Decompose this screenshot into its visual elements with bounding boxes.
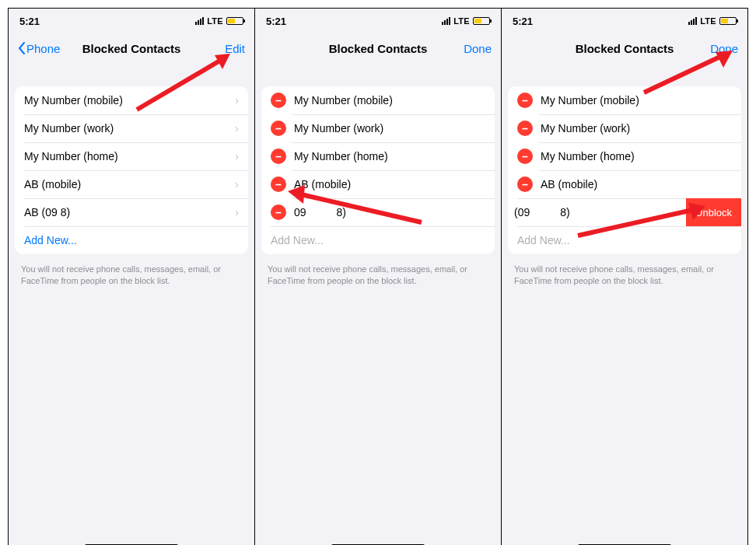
chevron-right-icon: › — [235, 94, 239, 107]
signal-icon — [442, 17, 450, 25]
battery-icon — [226, 17, 243, 25]
signal-icon — [688, 17, 697, 25]
status-bar: 5:21 LTE — [502, 9, 747, 33]
contact-row[interactable]: – 09 8) — [261, 198, 495, 226]
chevron-right-icon: › — [235, 206, 239, 218]
footer-text: You will not receive phone calls, messag… — [255, 259, 501, 287]
contact-row[interactable]: – AB (mobile) — [508, 170, 741, 198]
delete-minus-icon[interactable]: – — [517, 93, 533, 108]
add-new-button[interactable]: Add New... — [261, 226, 495, 254]
delete-minus-icon[interactable]: – — [271, 176, 286, 192]
add-new-button[interactable]: Add New... — [15, 226, 248, 254]
footer-text: You will not receive phone calls, messag… — [502, 259, 747, 287]
unblock-button[interactable]: Unblock — [686, 198, 741, 226]
contact-row[interactable]: – AB (mobile) — [261, 170, 495, 198]
screen-unblock-mode: 5:21 LTE Blocked Contacts Done – My Numb… — [502, 9, 747, 545]
screen-view-mode: 5:21 LTE Phone Blocked Contacts Edit My … — [9, 9, 255, 545]
contact-row[interactable]: My Number (work) › — [15, 114, 248, 142]
chevron-right-icon: › — [235, 150, 239, 162]
contact-row[interactable]: AB (09 8) › — [15, 198, 248, 226]
status-time: 5:21 — [513, 16, 533, 27]
screen-edit-mode: 5:21 LTE Blocked Contacts Done – My Numb… — [255, 9, 502, 545]
delete-minus-icon[interactable]: – — [271, 93, 286, 108]
delete-minus-icon[interactable]: – — [271, 121, 286, 136]
status-bar: 5:21 LTE — [255, 9, 501, 33]
contact-row[interactable]: – My Number (home) — [508, 142, 741, 170]
add-new-button[interactable]: Add New... — [508, 226, 741, 254]
delete-minus-icon[interactable]: – — [517, 176, 533, 192]
blocked-list: My Number (mobile) › My Number (work) › … — [15, 86, 248, 254]
battery-icon — [719, 17, 737, 25]
contact-row[interactable]: AB (mobile) › — [15, 170, 248, 198]
contact-row[interactable]: – My Number (mobile) — [508, 86, 741, 114]
back-button[interactable]: Phone — [18, 42, 60, 55]
contact-row-swiped[interactable]: (09 8) Unblock — [508, 198, 741, 226]
status-time: 5:21 — [19, 16, 40, 27]
delete-minus-icon[interactable]: – — [517, 121, 533, 136]
chevron-left-icon — [18, 42, 25, 54]
chevron-right-icon: › — [235, 122, 239, 135]
delete-minus-icon[interactable]: – — [271, 148, 286, 164]
contact-row[interactable]: – My Number (work) — [508, 114, 741, 142]
contact-row[interactable]: – My Number (mobile) — [261, 86, 495, 114]
delete-minus-icon[interactable]: – — [271, 204, 286, 220]
status-bar: 5:21 LTE — [9, 9, 254, 33]
blocked-list-editing: – My Number (mobile) – My Number (work) … — [261, 86, 495, 254]
blocked-list-editing: – My Number (mobile) – My Number (work) … — [508, 86, 741, 254]
contact-row[interactable]: My Number (mobile) › — [15, 86, 248, 114]
done-button[interactable]: Done — [464, 42, 492, 55]
carrier-label: LTE — [700, 16, 716, 26]
done-button[interactable]: Done — [710, 42, 738, 55]
nav-bar: Phone Blocked Contacts Edit — [9, 33, 254, 63]
nav-bar: Blocked Contacts Done — [502, 33, 747, 63]
contact-row[interactable]: My Number (home) › — [15, 142, 248, 170]
carrier-label: LTE — [453, 16, 470, 26]
edit-button[interactable]: Edit — [225, 42, 245, 55]
footer-text: You will not receive phone calls, messag… — [9, 259, 254, 287]
status-time: 5:21 — [266, 16, 286, 27]
signal-icon — [195, 17, 204, 25]
nav-bar: Blocked Contacts Done — [255, 33, 501, 63]
battery-icon — [473, 17, 490, 25]
delete-minus-icon[interactable]: – — [517, 148, 533, 164]
contact-row[interactable]: – My Number (work) — [261, 114, 495, 142]
chevron-right-icon: › — [235, 178, 239, 190]
carrier-label: LTE — [207, 16, 223, 26]
contact-row[interactable]: – My Number (home) — [261, 142, 495, 170]
